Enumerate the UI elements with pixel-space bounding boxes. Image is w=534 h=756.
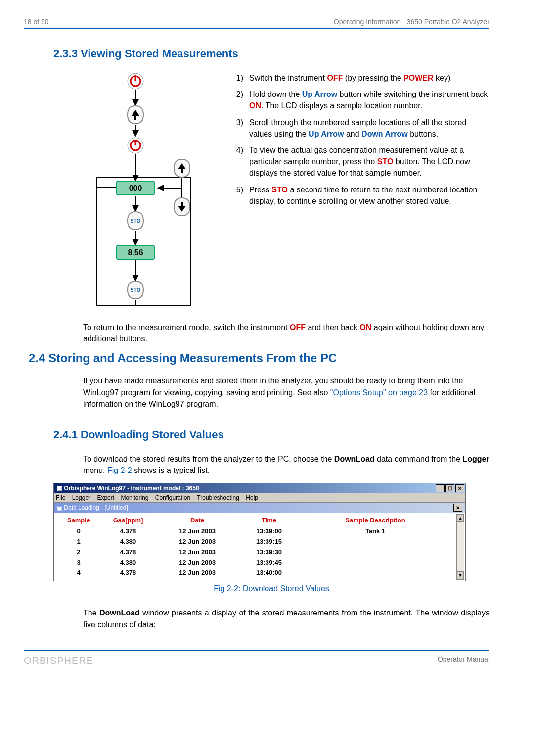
menu-troubleshooting[interactable]: Troubleshooting — [197, 494, 239, 501]
svg-text:STO: STO — [131, 287, 141, 293]
table-row[interactable]: 24.37812 Jun 200313:39:30 — [59, 547, 465, 557]
cell-gas: 4.380 — [98, 559, 158, 566]
child-close-button[interactable]: ✕ — [453, 504, 462, 512]
step-num: 1) — [232, 72, 243, 84]
table-row[interactable]: 04.37812 Jun 200313:39:00Tank 1 — [59, 526, 465, 536]
brand-name: ORBISPHERE — [24, 655, 93, 666]
section-241-title: 2.4.1 Downloading Stored Values — [53, 428, 490, 441]
fig-2-2-link[interactable]: Fig 2-2 — [107, 466, 132, 474]
table-row[interactable]: 44.37812 Jun 200313:40:00 — [59, 567, 465, 578]
cell-time: 13:39:00 — [237, 527, 301, 535]
page-footer: ORBISPHERE Operator Manual — [24, 655, 490, 666]
cell-sample: 0 — [59, 527, 98, 535]
cell-gas: 4.378 — [98, 548, 158, 556]
diagram-value-text: 8.56 — [128, 248, 143, 257]
doc-kind: Operator Manual — [438, 655, 490, 666]
step-text: Scroll through the numbered sample locat… — [249, 117, 490, 140]
app-icon: ▣ — [57, 485, 62, 492]
cell-time: 13:39:45 — [237, 559, 301, 566]
step-text: Switch the instrument OFF (by pressing t… — [249, 72, 450, 84]
maximize-button[interactable]: ☐ — [445, 484, 454, 492]
menu-logger[interactable]: Logger — [72, 494, 90, 501]
svg-rect-0 — [97, 177, 191, 306]
section-24-title: 2.4 Storing and Accessing Measurements F… — [29, 351, 490, 365]
data-grid: Sample Gas[ppm] Date Time Sample Descrip… — [54, 513, 465, 581]
cell-date: 12 Jun 2003 — [158, 559, 237, 566]
col-desc[interactable]: Sample Description — [301, 517, 449, 524]
menu-export[interactable]: Export — [97, 494, 114, 501]
step-num: 5) — [232, 184, 243, 207]
menu-help[interactable]: Help — [246, 494, 258, 501]
close-button[interactable]: ✕ — [455, 484, 464, 492]
title-bar[interactable]: ▣ Orbisphere WinLog97 - Instrument model… — [54, 483, 465, 493]
step-5: 5) Press STO a second time to return to … — [232, 184, 490, 207]
steps-list: 1) Switch the instrument OFF (by pressin… — [232, 72, 490, 322]
child-title-bar[interactable]: ▣ Data Loading - [Untitled] ✕ — [54, 503, 465, 513]
cell-sample: 4 — [59, 569, 98, 576]
child-title: Data Loading - [Untitled] — [64, 504, 128, 511]
step-num: 3) — [232, 117, 243, 140]
cell-date: 12 Jun 2003 — [158, 538, 237, 545]
window-title: Orbisphere WinLog97 - Instrument model :… — [64, 485, 199, 492]
step-1: 1) Switch the instrument OFF (by pressin… — [232, 72, 490, 84]
table-row[interactable]: 34.38012 Jun 200313:39:45 — [59, 557, 465, 567]
column-headers: Sample Gas[ppm] Date Time Sample Descrip… — [59, 515, 465, 526]
cell-time: 13:39:15 — [237, 538, 301, 545]
outro-para: The DownLoad window presents a display o… — [83, 607, 490, 630]
step-text: Press STO a second time to return to the… — [249, 184, 490, 207]
col-sample[interactable]: Sample — [59, 517, 98, 524]
menu-bar: File Logger Export Monitoring Configurat… — [54, 493, 465, 503]
header-rule — [24, 28, 490, 29]
scroll-down-icon[interactable]: ▼ — [457, 571, 464, 579]
pc-intro-para: If you have made measurements and stored… — [83, 375, 490, 410]
step-2: 2) Hold down the Up Arrow button while s… — [232, 89, 490, 111]
step-text: To view the actual gas concentration mea… — [249, 144, 490, 179]
cell-time: 13:39:30 — [237, 548, 301, 556]
diagram-counter-text: 000 — [129, 184, 142, 192]
winlog97-window: ▣ Orbisphere WinLog97 - Instrument model… — [53, 483, 466, 581]
cell-desc: Tank 1 — [301, 527, 449, 535]
menu-monitoring[interactable]: Monitoring — [121, 494, 148, 501]
step-num: 2) — [232, 89, 243, 111]
cell-desc — [301, 538, 449, 545]
cell-sample: 2 — [59, 548, 98, 556]
cell-date: 12 Jun 2003 — [158, 548, 237, 556]
step-text: Hold down the Up Arrow button while swit… — [249, 89, 490, 111]
cell-sample: 3 — [59, 559, 98, 566]
col-date[interactable]: Date — [158, 517, 237, 524]
col-gas[interactable]: Gas[ppm] — [98, 517, 158, 524]
menu-file[interactable]: File — [56, 494, 65, 501]
table-row[interactable]: 14.38012 Jun 200313:39:15 — [59, 536, 465, 547]
figure-caption: Fig 2-2: Download Stored Values — [53, 584, 490, 593]
step-4: 4) To view the actual gas concentration … — [232, 144, 490, 179]
step-3: 3) Scroll through the numbered sample lo… — [232, 117, 490, 140]
cell-desc — [301, 559, 449, 566]
cell-date: 12 Jun 2003 — [158, 527, 237, 535]
page-header: 18 of 50 Operating Information - 3650 Po… — [24, 18, 490, 26]
return-to-measure-para: To return to the measurement mode, switc… — [83, 322, 490, 344]
cell-gas: 4.378 — [98, 569, 158, 576]
cell-gas: 4.378 — [98, 527, 158, 535]
child-icon: ▣ — [57, 504, 62, 511]
menu-configuration[interactable]: Configuration — [155, 494, 190, 501]
page-number: 18 of 50 — [24, 18, 49, 26]
cell-sample: 1 — [59, 538, 98, 545]
cell-time: 13:40:00 — [237, 569, 301, 576]
svg-text:STO: STO — [131, 218, 141, 224]
cell-date: 12 Jun 2003 — [158, 569, 237, 576]
cell-gas: 4.380 — [98, 538, 158, 545]
col-time[interactable]: Time — [237, 517, 301, 524]
vertical-scrollbar[interactable]: ▲ ▼ — [456, 514, 464, 580]
cell-desc — [301, 548, 449, 556]
section-233-title: 2.3.3 Viewing Stored Measurements — [53, 47, 490, 60]
doc-title: Operating Information - 3650 Portable O2… — [334, 18, 490, 26]
flow-diagram: 000 STO 8.56 STO — [53, 72, 217, 322]
options-setup-link[interactable]: "Options Setup" on page 23 — [330, 388, 428, 397]
flow-diagram-svg: 000 STO 8.56 STO — [53, 72, 217, 320]
scroll-up-icon[interactable]: ▲ — [457, 514, 464, 522]
footer-rule — [24, 650, 490, 651]
minimize-button[interactable]: _ — [436, 484, 445, 492]
download-para: To download the stored results from the … — [83, 453, 490, 476]
step-num: 4) — [232, 144, 243, 179]
cell-desc — [301, 569, 449, 576]
